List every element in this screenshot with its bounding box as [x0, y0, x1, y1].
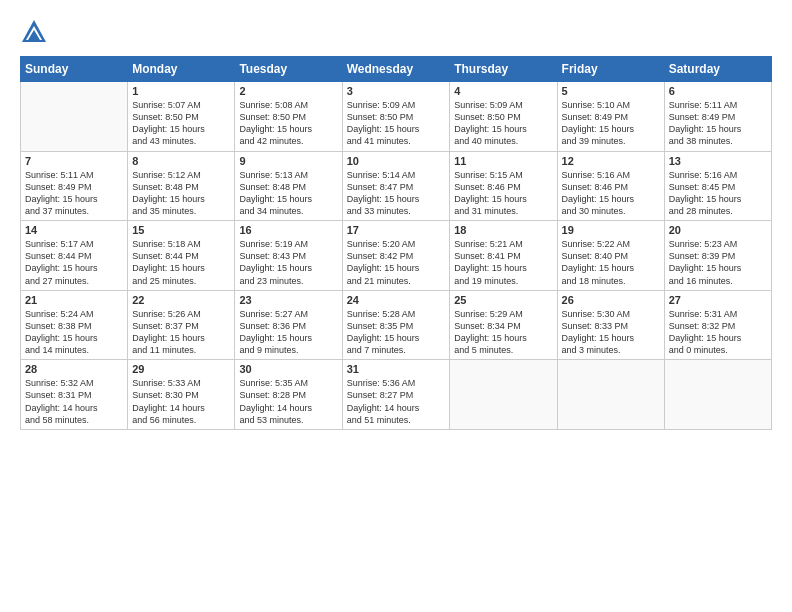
day-cell: 27Sunrise: 5:31 AM Sunset: 8:32 PM Dayli… — [664, 290, 771, 360]
day-info: Sunrise: 5:15 AM Sunset: 8:46 PM Dayligh… — [454, 169, 552, 218]
day-cell: 20Sunrise: 5:23 AM Sunset: 8:39 PM Dayli… — [664, 221, 771, 291]
day-cell: 26Sunrise: 5:30 AM Sunset: 8:33 PM Dayli… — [557, 290, 664, 360]
day-cell — [21, 82, 128, 152]
day-number: 5 — [562, 85, 660, 97]
page: SundayMondayTuesdayWednesdayThursdayFrid… — [0, 0, 792, 612]
day-number: 18 — [454, 224, 552, 236]
day-cell — [664, 360, 771, 430]
day-number: 10 — [347, 155, 446, 167]
day-cell: 8Sunrise: 5:12 AM Sunset: 8:48 PM Daylig… — [128, 151, 235, 221]
day-cell: 13Sunrise: 5:16 AM Sunset: 8:45 PM Dayli… — [664, 151, 771, 221]
day-number: 25 — [454, 294, 552, 306]
week-row-4: 21Sunrise: 5:24 AM Sunset: 8:38 PM Dayli… — [21, 290, 772, 360]
day-number: 22 — [132, 294, 230, 306]
day-cell: 18Sunrise: 5:21 AM Sunset: 8:41 PM Dayli… — [450, 221, 557, 291]
day-cell: 10Sunrise: 5:14 AM Sunset: 8:47 PM Dayli… — [342, 151, 450, 221]
day-cell: 21Sunrise: 5:24 AM Sunset: 8:38 PM Dayli… — [21, 290, 128, 360]
day-info: Sunrise: 5:20 AM Sunset: 8:42 PM Dayligh… — [347, 238, 446, 287]
day-info: Sunrise: 5:18 AM Sunset: 8:44 PM Dayligh… — [132, 238, 230, 287]
day-cell: 2Sunrise: 5:08 AM Sunset: 8:50 PM Daylig… — [235, 82, 342, 152]
col-header-thursday: Thursday — [450, 57, 557, 82]
day-number: 8 — [132, 155, 230, 167]
week-row-5: 28Sunrise: 5:32 AM Sunset: 8:31 PM Dayli… — [21, 360, 772, 430]
day-cell: 14Sunrise: 5:17 AM Sunset: 8:44 PM Dayli… — [21, 221, 128, 291]
day-number: 26 — [562, 294, 660, 306]
day-info: Sunrise: 5:09 AM Sunset: 8:50 PM Dayligh… — [454, 99, 552, 148]
day-info: Sunrise: 5:30 AM Sunset: 8:33 PM Dayligh… — [562, 308, 660, 357]
logo — [20, 18, 52, 46]
day-cell: 6Sunrise: 5:11 AM Sunset: 8:49 PM Daylig… — [664, 82, 771, 152]
day-cell: 11Sunrise: 5:15 AM Sunset: 8:46 PM Dayli… — [450, 151, 557, 221]
day-number: 19 — [562, 224, 660, 236]
day-cell: 15Sunrise: 5:18 AM Sunset: 8:44 PM Dayli… — [128, 221, 235, 291]
day-info: Sunrise: 5:21 AM Sunset: 8:41 PM Dayligh… — [454, 238, 552, 287]
day-cell: 17Sunrise: 5:20 AM Sunset: 8:42 PM Dayli… — [342, 221, 450, 291]
day-cell: 16Sunrise: 5:19 AM Sunset: 8:43 PM Dayli… — [235, 221, 342, 291]
col-header-monday: Monday — [128, 57, 235, 82]
day-number: 12 — [562, 155, 660, 167]
header — [20, 18, 772, 46]
day-info: Sunrise: 5:26 AM Sunset: 8:37 PM Dayligh… — [132, 308, 230, 357]
day-info: Sunrise: 5:35 AM Sunset: 8:28 PM Dayligh… — [239, 377, 337, 426]
day-number: 7 — [25, 155, 123, 167]
day-info: Sunrise: 5:22 AM Sunset: 8:40 PM Dayligh… — [562, 238, 660, 287]
day-info: Sunrise: 5:14 AM Sunset: 8:47 PM Dayligh… — [347, 169, 446, 218]
col-header-sunday: Sunday — [21, 57, 128, 82]
day-info: Sunrise: 5:08 AM Sunset: 8:50 PM Dayligh… — [239, 99, 337, 148]
day-number: 23 — [239, 294, 337, 306]
day-info: Sunrise: 5:19 AM Sunset: 8:43 PM Dayligh… — [239, 238, 337, 287]
day-number: 1 — [132, 85, 230, 97]
header-row: SundayMondayTuesdayWednesdayThursdayFrid… — [21, 57, 772, 82]
col-header-saturday: Saturday — [664, 57, 771, 82]
day-number: 17 — [347, 224, 446, 236]
day-cell: 9Sunrise: 5:13 AM Sunset: 8:48 PM Daylig… — [235, 151, 342, 221]
day-cell: 12Sunrise: 5:16 AM Sunset: 8:46 PM Dayli… — [557, 151, 664, 221]
day-number: 21 — [25, 294, 123, 306]
day-info: Sunrise: 5:13 AM Sunset: 8:48 PM Dayligh… — [239, 169, 337, 218]
day-number: 20 — [669, 224, 767, 236]
day-number: 11 — [454, 155, 552, 167]
day-cell: 5Sunrise: 5:10 AM Sunset: 8:49 PM Daylig… — [557, 82, 664, 152]
day-info: Sunrise: 5:17 AM Sunset: 8:44 PM Dayligh… — [25, 238, 123, 287]
day-number: 4 — [454, 85, 552, 97]
day-cell — [557, 360, 664, 430]
day-cell: 4Sunrise: 5:09 AM Sunset: 8:50 PM Daylig… — [450, 82, 557, 152]
day-number: 6 — [669, 85, 767, 97]
week-row-3: 14Sunrise: 5:17 AM Sunset: 8:44 PM Dayli… — [21, 221, 772, 291]
day-number: 29 — [132, 363, 230, 375]
day-number: 2 — [239, 85, 337, 97]
day-number: 15 — [132, 224, 230, 236]
day-info: Sunrise: 5:23 AM Sunset: 8:39 PM Dayligh… — [669, 238, 767, 287]
week-row-2: 7Sunrise: 5:11 AM Sunset: 8:49 PM Daylig… — [21, 151, 772, 221]
day-number: 31 — [347, 363, 446, 375]
day-cell: 23Sunrise: 5:27 AM Sunset: 8:36 PM Dayli… — [235, 290, 342, 360]
day-number: 24 — [347, 294, 446, 306]
day-cell: 3Sunrise: 5:09 AM Sunset: 8:50 PM Daylig… — [342, 82, 450, 152]
day-cell: 29Sunrise: 5:33 AM Sunset: 8:30 PM Dayli… — [128, 360, 235, 430]
day-info: Sunrise: 5:11 AM Sunset: 8:49 PM Dayligh… — [25, 169, 123, 218]
day-number: 14 — [25, 224, 123, 236]
day-number: 28 — [25, 363, 123, 375]
day-info: Sunrise: 5:32 AM Sunset: 8:31 PM Dayligh… — [25, 377, 123, 426]
week-row-1: 1Sunrise: 5:07 AM Sunset: 8:50 PM Daylig… — [21, 82, 772, 152]
col-header-wednesday: Wednesday — [342, 57, 450, 82]
day-number: 9 — [239, 155, 337, 167]
day-cell: 7Sunrise: 5:11 AM Sunset: 8:49 PM Daylig… — [21, 151, 128, 221]
day-info: Sunrise: 5:11 AM Sunset: 8:49 PM Dayligh… — [669, 99, 767, 148]
day-cell — [450, 360, 557, 430]
day-info: Sunrise: 5:28 AM Sunset: 8:35 PM Dayligh… — [347, 308, 446, 357]
day-cell: 31Sunrise: 5:36 AM Sunset: 8:27 PM Dayli… — [342, 360, 450, 430]
day-cell: 1Sunrise: 5:07 AM Sunset: 8:50 PM Daylig… — [128, 82, 235, 152]
day-info: Sunrise: 5:16 AM Sunset: 8:46 PM Dayligh… — [562, 169, 660, 218]
day-info: Sunrise: 5:24 AM Sunset: 8:38 PM Dayligh… — [25, 308, 123, 357]
day-cell: 25Sunrise: 5:29 AM Sunset: 8:34 PM Dayli… — [450, 290, 557, 360]
logo-icon — [20, 18, 48, 46]
day-cell: 30Sunrise: 5:35 AM Sunset: 8:28 PM Dayli… — [235, 360, 342, 430]
col-header-friday: Friday — [557, 57, 664, 82]
day-info: Sunrise: 5:33 AM Sunset: 8:30 PM Dayligh… — [132, 377, 230, 426]
day-number: 27 — [669, 294, 767, 306]
day-info: Sunrise: 5:12 AM Sunset: 8:48 PM Dayligh… — [132, 169, 230, 218]
day-number: 13 — [669, 155, 767, 167]
day-info: Sunrise: 5:10 AM Sunset: 8:49 PM Dayligh… — [562, 99, 660, 148]
day-number: 16 — [239, 224, 337, 236]
